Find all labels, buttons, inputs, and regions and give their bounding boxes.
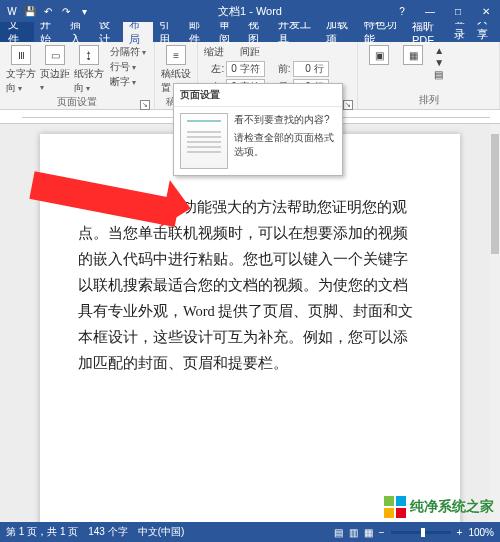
paper-icon: ≡ [166, 45, 186, 65]
hyphenation-button[interactable]: 断字 [108, 75, 148, 89]
tab-design[interactable]: 设计 [93, 22, 123, 42]
page[interactable]: 视频提供了功能强大的方法帮助您证明您的观点。当您单击联机视频时，可以在想要添加的… [40, 134, 460, 522]
position-button[interactable]: ▣ [364, 45, 394, 65]
indent-heading: 缩进 [204, 45, 224, 59]
spacing-before-input[interactable]: 0 行 [293, 61, 329, 77]
page-setup-tooltip: 页面设置 看不到要查找的内容? 请检查全部的页面格式选项。 [173, 83, 343, 176]
text-direction-icon: Ⅲ [11, 45, 31, 65]
orientation-icon: ⭥ [79, 45, 99, 65]
vertical-scrollbar[interactable] [490, 124, 500, 522]
tooltip-title: 页面设置 [174, 84, 342, 107]
text-direction-button[interactable]: Ⅲ 文字方向 [6, 45, 36, 95]
tooltip-line2: 请检查全部的页面格式选项。 [234, 131, 336, 159]
zoom-slider[interactable] [391, 531, 451, 534]
tooltip-line1: 看不到要查找的内容? [234, 113, 336, 127]
document-canvas: 视频提供了功能强大的方法帮助您证明您的观点。当您单击联机视频时，可以在想要添加的… [0, 124, 500, 522]
position-icon: ▣ [369, 45, 389, 65]
wrap-text-button[interactable]: ▦ [398, 45, 428, 65]
zoom-level[interactable]: 100% [468, 527, 494, 538]
status-word-count[interactable]: 143 个字 [88, 525, 127, 539]
tab-references[interactable]: 引用 [153, 22, 183, 42]
ribbon-help-icon[interactable]: ? [388, 0, 416, 22]
restore-button[interactable]: □ [444, 0, 472, 22]
view-print-icon[interactable]: ▥ [349, 527, 358, 538]
watermark-logo-icon [384, 496, 406, 518]
tab-mailings[interactable]: 邮件 [183, 22, 213, 42]
status-language[interactable]: 中文(中国) [138, 525, 185, 539]
view-web-icon[interactable]: ▦ [364, 527, 373, 538]
word-icon: W [6, 5, 18, 17]
scrollbar-thumb[interactable] [491, 134, 499, 254]
redo-icon[interactable]: ↷ [60, 5, 72, 17]
tab-file[interactable]: 文件 [0, 22, 34, 42]
tab-home[interactable]: 开始 [34, 22, 64, 42]
zoom-out-button[interactable]: − [379, 527, 385, 538]
undo-icon[interactable]: ↶ [42, 5, 54, 17]
window-controls: ? — □ ✕ [388, 0, 500, 22]
paragraph-launcher[interactable]: ↘ [343, 100, 353, 110]
window-title: 文档1 - Word [218, 4, 282, 19]
margins-icon: ▭ [45, 45, 65, 65]
send-backward-button[interactable]: ▼ [432, 57, 446, 68]
tab-features[interactable]: 特色功能 [358, 22, 406, 42]
save-icon[interactable]: 💾 [24, 5, 36, 17]
margins-button[interactable]: ▭ 页边距 [40, 45, 70, 92]
line-numbers-button[interactable]: 行号 [108, 60, 148, 74]
wrap-icon: ▦ [403, 45, 423, 65]
tab-developer[interactable]: 开发工具 [272, 22, 320, 42]
status-bar: 第 1 页，共 1 页 143 个字 中文(中国) ▤ ▥ ▦ − + 100% [0, 522, 500, 542]
group-label-arrange: 排列 [364, 93, 493, 107]
group-label-page-setup: 页面设置 ↘ [6, 95, 148, 109]
tab-view[interactable]: 视图 [242, 22, 272, 42]
spacing-before-label: 前: [271, 62, 291, 76]
spacing-heading: 间距 [240, 45, 260, 59]
breaks-button[interactable]: 分隔符 [108, 45, 148, 59]
watermark-text: 纯净系统之家 [410, 498, 494, 516]
tab-layout[interactable]: 布局 [123, 22, 153, 42]
quick-access-toolbar: W 💾 ↶ ↷ ▾ [0, 5, 96, 17]
close-button[interactable]: ✕ [472, 0, 500, 22]
group-arrange: ▣ ▦ ▲ ▼ ▤ 排列 [358, 42, 500, 109]
ribbon-tabs: 文件 开始 插入 设计 布局 引用 邮件 审阅 视图 开发工具 加载项 特色功能… [0, 22, 500, 42]
group-page-setup: Ⅲ 文字方向 ▭ 页边距 ⭥ 纸张方向 分隔符 行号 断字 页面设置 ↘ [0, 42, 155, 109]
indent-left-label: 左: [204, 62, 224, 76]
selection-pane-button[interactable]: ▤ [432, 69, 446, 80]
minimize-button[interactable]: — [416, 0, 444, 22]
tab-review[interactable]: 审阅 [213, 22, 243, 42]
bring-forward-button[interactable]: ▲ [432, 45, 446, 56]
page-setup-launcher[interactable]: ↘ [140, 100, 150, 110]
orientation-button[interactable]: ⭥ 纸张方向 [74, 45, 104, 95]
tab-insert[interactable]: 插入 [64, 22, 94, 42]
zoom-in-button[interactable]: + [457, 527, 463, 538]
tab-foxit[interactable]: 福昕PDF [406, 22, 454, 42]
indent-left-input[interactable]: 0 字符 [226, 61, 264, 77]
tooltip-preview-icon [180, 113, 228, 169]
watermark: 纯净系统之家 [384, 496, 494, 518]
status-page[interactable]: 第 1 页，共 1 页 [6, 525, 78, 539]
body-paragraph[interactable]: 视频提供了功能强大的方法帮助您证明您的观点。当您单击联机视频时，可以在想要添加的… [78, 194, 422, 376]
title-bar: W 💾 ↶ ↷ ▾ 文档1 - Word ? — □ ✕ [0, 0, 500, 22]
view-read-icon[interactable]: ▤ [334, 527, 343, 538]
qat-more-icon[interactable]: ▾ [78, 5, 90, 17]
tab-addins[interactable]: 加载项 [320, 22, 359, 42]
